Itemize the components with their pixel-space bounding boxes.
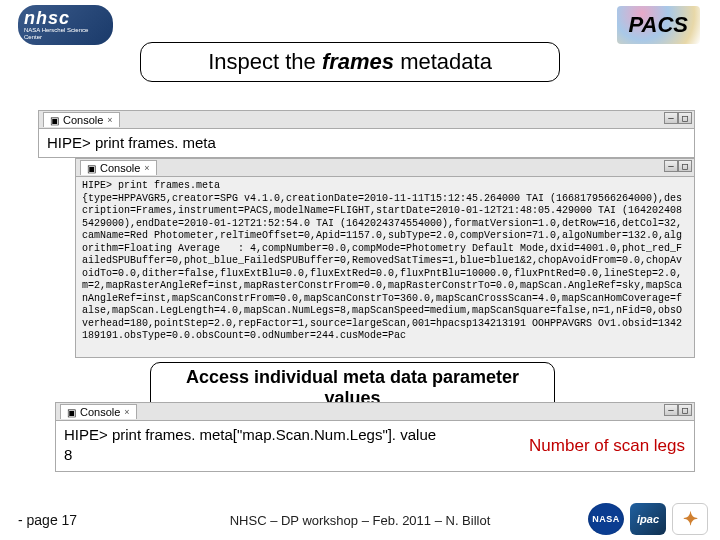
pacs-badge: PACS — [617, 6, 701, 44]
title-post: metadata — [394, 49, 492, 74]
console-tab[interactable]: Console × — [80, 160, 157, 175]
console-tab-label: Console — [80, 406, 120, 418]
ipac-logo-icon — [630, 503, 666, 535]
minimize-icon[interactable]: – — [664, 404, 678, 416]
window-buttons: – □ — [664, 160, 692, 172]
console-tab-label: Console — [63, 114, 103, 126]
maximize-icon[interactable]: □ — [678, 112, 692, 124]
console-header: Console × – □ — [56, 403, 694, 421]
close-icon[interactable]: × — [144, 163, 149, 173]
footer-logos — [588, 503, 708, 535]
close-icon[interactable]: × — [124, 407, 129, 417]
window-buttons: – □ — [664, 404, 692, 416]
nhsc-logo: nhsc NASA Herschel Science Center — [18, 5, 113, 45]
command-text: print frames. meta — [91, 134, 216, 151]
console-tab[interactable]: Console × — [43, 112, 120, 127]
prompt: HIPE> — [47, 134, 91, 151]
console-header: Console × – □ — [39, 111, 694, 129]
console-tab[interactable]: Console × — [60, 404, 137, 419]
console-tab-label: Console — [100, 162, 140, 174]
result-value: 8 — [64, 446, 72, 463]
title-em: frames — [322, 49, 394, 74]
prompt: HIPE> — [64, 426, 108, 443]
annotation-label: Number of scan legs — [529, 436, 685, 456]
minimize-icon[interactable]: – — [664, 112, 678, 124]
console-panel-1: Console × – □ HIPE> print frames. meta — [38, 110, 695, 158]
close-icon[interactable]: × — [107, 115, 112, 125]
minimize-icon[interactable]: – — [664, 160, 678, 172]
nhsc-logo-subtext: NASA Herschel Science Center — [24, 27, 107, 40]
console-input[interactable]: HIPE> print frames. meta — [39, 129, 694, 157]
console-header: Console × – □ — [76, 159, 694, 177]
console-output[interactable]: HIPE> print frames.meta {type=HPPAVGR5,c… — [76, 177, 694, 357]
maximize-icon[interactable]: □ — [678, 404, 692, 416]
window-buttons: – □ — [664, 112, 692, 124]
command-text: print frames. meta["map.Scan.Num.Legs"].… — [108, 426, 436, 443]
nhsc-logo-text: nhsc — [24, 9, 107, 27]
caltech-logo-icon — [672, 503, 708, 535]
nasa-logo-icon — [588, 503, 624, 535]
title-pre: Inspect the — [208, 49, 322, 74]
maximize-icon[interactable]: □ — [678, 160, 692, 172]
console-panel-2: Console × – □ HIPE> print frames.meta {t… — [75, 158, 695, 358]
page-title: Inspect the frames metadata — [140, 42, 560, 82]
